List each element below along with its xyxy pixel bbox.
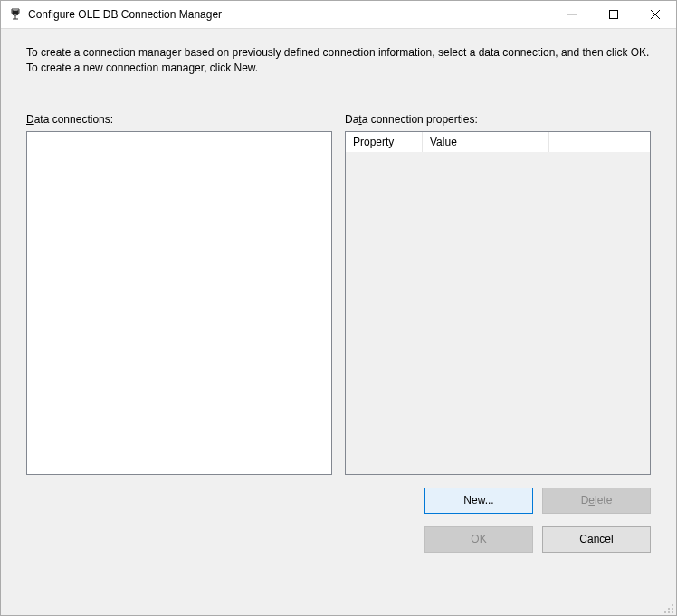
wine-glass-icon <box>8 7 23 22</box>
grid-header: Property Value <box>346 132 650 152</box>
dialog-button-row: OK Cancel <box>1 526 676 553</box>
close-button[interactable] <box>634 1 676 28</box>
grid-header-value[interactable]: Value <box>423 132 549 152</box>
properties-label: Data connection properties: <box>345 113 651 126</box>
data-connections-column: Data connections: <box>26 113 332 475</box>
resize-grip-icon[interactable] <box>663 603 674 614</box>
delete-button: Delete <box>542 488 651 514</box>
data-connections-listbox[interactable] <box>26 131 332 475</box>
titlebar: Configure OLE DB Connection Manager <box>1 1 676 29</box>
window-title: Configure OLE DB Connection Manager <box>28 8 222 21</box>
ok-button: OK <box>424 526 533 553</box>
cancel-button[interactable]: Cancel <box>542 526 651 553</box>
svg-point-11 <box>664 611 666 613</box>
svg-point-7 <box>672 608 673 610</box>
minimize-button[interactable] <box>551 1 593 28</box>
grid-header-empty <box>549 132 650 152</box>
new-button[interactable]: New... <box>424 488 533 514</box>
properties-column: Data connection properties: Property Val… <box>345 113 651 475</box>
svg-rect-3 <box>610 11 618 19</box>
svg-point-9 <box>672 611 673 613</box>
svg-point-10 <box>668 611 670 613</box>
window-controls <box>551 1 676 28</box>
connection-button-row: New... Delete <box>1 488 676 514</box>
description-text: To create a connection manager based on … <box>1 29 676 77</box>
maximize-button[interactable] <box>593 1 634 28</box>
dialog-content: To create a connection manager based on … <box>1 29 676 616</box>
grid-header-property[interactable]: Property <box>346 132 423 152</box>
properties-grid[interactable]: Property Value <box>345 131 651 475</box>
svg-point-8 <box>668 608 670 610</box>
svg-point-6 <box>672 604 673 606</box>
data-connections-label: Data connections: <box>26 113 332 126</box>
main-area: Data connections: Data connection proper… <box>1 77 676 475</box>
